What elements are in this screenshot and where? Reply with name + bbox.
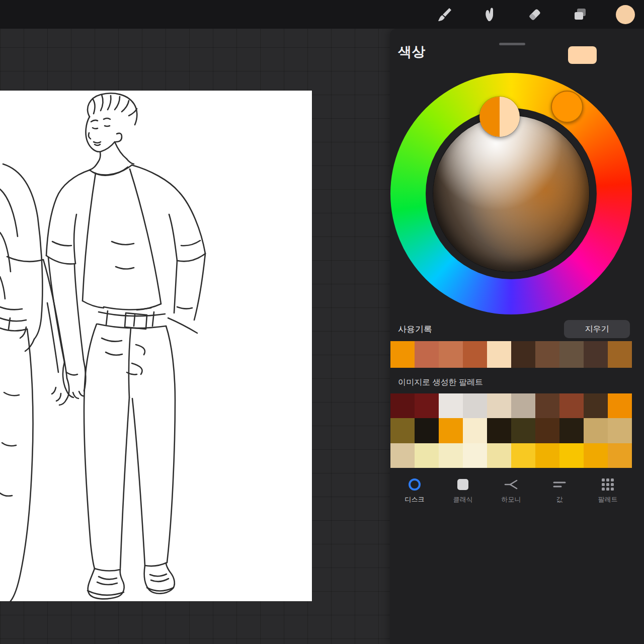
palette-swatch[interactable] [584,418,608,443]
smudge-icon[interactable] [480,5,499,24]
history-swatch[interactable] [511,341,535,368]
palette-swatch[interactable] [487,393,511,418]
palette-swatch[interactable] [559,418,584,443]
history-swatches [390,341,632,368]
history-swatch[interactable] [487,341,511,368]
history-swatch[interactable] [535,341,559,368]
palette-swatch[interactable] [463,393,487,418]
color-panel: 색상 사용기록 지우기 이미지로 생성한 팔레트 디스크 클래식 [390,29,644,644]
palette-swatch[interactable] [535,443,559,468]
palette-icon [602,478,614,491]
history-swatch[interactable] [584,341,608,368]
selected-color-swatch[interactable] [568,46,597,64]
palette-swatch[interactable] [390,418,415,443]
eraser-icon[interactable] [525,5,544,24]
palette-swatch[interactable] [415,443,439,468]
tab-disk[interactable]: 디스크 [390,475,439,508]
hue-selector[interactable] [551,91,583,123]
clear-history-button[interactable]: 지우기 [564,320,630,338]
top-toolbar [0,0,644,29]
brush-icon[interactable] [435,5,454,24]
palette-swatch[interactable] [535,418,559,443]
history-label: 사용기록 [398,324,432,335]
tab-classic[interactable]: 클래식 [439,475,487,508]
panel-drag-handle[interactable] [499,43,525,45]
palette-swatch[interactable] [559,393,584,418]
color-selector[interactable] [479,97,520,137]
palette-swatch[interactable] [415,418,439,443]
saturation-brightness-disc[interactable] [433,116,589,272]
disk-icon [409,478,421,491]
tab-palette[interactable]: 팔레트 [584,475,632,508]
palette-swatch[interactable] [463,443,487,468]
palette-swatch[interactable] [439,393,463,418]
procreate-app: { "toolbar": { "icons": [ { "name": "bru… [0,0,644,644]
history-swatch[interactable] [463,341,487,368]
palette-swatch[interactable] [584,393,608,418]
hue-ring[interactable] [390,73,632,314]
history-swatch[interactable] [559,341,584,368]
palette-swatch[interactable] [584,443,608,468]
tab-harmony[interactable]: 하모니 [487,475,535,508]
history-swatch[interactable] [415,341,439,368]
palette-swatch[interactable] [535,393,559,418]
classic-icon [457,479,468,490]
drawing-canvas[interactable] [0,91,312,601]
palette-swatch[interactable] [511,418,535,443]
palette-swatch[interactable] [608,418,632,443]
palette-swatch[interactable] [608,393,632,418]
palette-swatch[interactable] [487,443,511,468]
image-palette-grid [390,393,632,468]
palette-swatch[interactable] [439,418,463,443]
history-swatch[interactable] [439,341,463,368]
man-figure [46,93,205,599]
image-palette-label: 이미지로 생성한 팔레트 [398,377,483,388]
palette-swatch[interactable] [390,393,415,418]
value-icon [552,477,567,492]
woman-figure [0,164,69,601]
color-mode-tabs: 디스크 클래식 하모니 값 [390,475,632,508]
current-color-swatch[interactable] [616,5,635,24]
palette-swatch[interactable] [415,393,439,418]
harmony-icon [504,477,518,492]
palette-swatch[interactable] [487,418,511,443]
panel-title: 색상 [398,43,426,61]
palette-swatch[interactable] [511,443,535,468]
palette-swatch[interactable] [559,443,584,468]
palette-swatch[interactable] [439,443,463,468]
palette-swatch[interactable] [463,418,487,443]
history-swatch[interactable] [390,341,415,368]
palette-swatch[interactable] [511,393,535,418]
palette-swatch[interactable] [390,443,415,468]
palette-swatch[interactable] [608,443,632,468]
tab-value[interactable]: 값 [535,475,584,508]
history-swatch[interactable] [608,341,632,368]
layers-icon[interactable] [571,5,590,24]
